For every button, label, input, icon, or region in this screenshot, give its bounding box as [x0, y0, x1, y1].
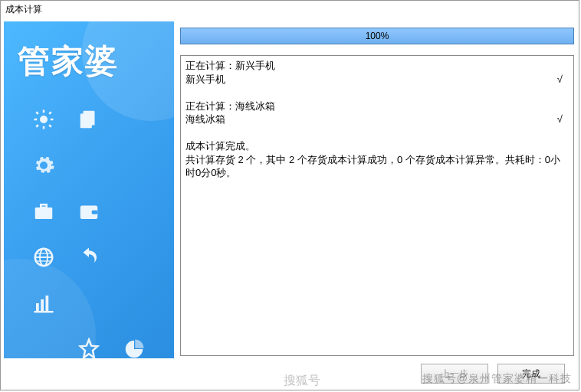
window-title: 成本计算 [1, 1, 579, 18]
finish-button[interactable]: 完成 [497, 364, 565, 384]
progress-percent: 100% [181, 28, 573, 44]
log-line: 正在计算：海线冰箱 [185, 100, 569, 113]
progress-bar: 100% [180, 28, 574, 44]
svg-rect-22 [41, 299, 44, 311]
svg-rect-15 [92, 211, 98, 214]
blank-icon-4 [115, 196, 153, 227]
briefcase-icon [25, 196, 63, 227]
svg-rect-21 [36, 303, 39, 311]
main-panel: 100% 正在计算：新兴手机新兴手机√ 正在计算：海线冰箱海线冰箱√ 成本计算完… [179, 21, 576, 387]
log-line [185, 126, 569, 140]
undo-icon [71, 242, 108, 273]
blank-icon-3 [115, 150, 153, 181]
log-line: 正在计算：新兴手机 [185, 59, 569, 73]
svg-line-6 [49, 125, 51, 127]
svg-rect-13 [41, 204, 48, 207]
blank-icon-8 [25, 334, 63, 358]
blank-icon-2 [71, 150, 108, 181]
button-bar: 上一步 完成 [180, 356, 574, 387]
svg-line-7 [37, 125, 39, 127]
log-line: 成本计算完成。 [185, 139, 569, 153]
svg-rect-12 [35, 207, 53, 219]
check-mark-icon: √ [557, 113, 563, 126]
previous-button: 上一步 [421, 364, 488, 384]
sun-icon [25, 104, 63, 135]
sidebar-icon-grid [4, 90, 174, 358]
pie-icon [115, 334, 153, 358]
blank-icon-6 [71, 288, 108, 318]
sidebar-panel: 管家婆 [4, 21, 174, 358]
svg-rect-23 [46, 296, 49, 311]
blank-icon-7 [115, 288, 153, 318]
blank-icon-5 [115, 242, 153, 273]
app-window: 成本计算 管家婆 [0, 0, 579, 390]
log-line [185, 86, 569, 100]
svg-line-8 [49, 112, 51, 114]
log-line: 共计算存货 2 个，其中 2 个存货成本计算成功，0 个存货成本计算异常。共耗时… [185, 153, 569, 180]
log-output[interactable]: 正在计算：新兴手机新兴手机√ 正在计算：海线冰箱海线冰箱√ 成本计算完成。共计算… [180, 55, 574, 356]
log-line: 新兴手机√ [185, 73, 569, 87]
svg-point-0 [40, 116, 48, 123]
svg-rect-11 [80, 114, 92, 129]
documents-icon [71, 104, 108, 135]
svg-line-5 [37, 112, 39, 114]
brand-logo: 管家婆 [4, 21, 174, 90]
chart-icon [25, 288, 63, 318]
blank-icon [115, 104, 153, 135]
globe-icon [25, 242, 63, 273]
log-line: 海线冰箱√ [185, 113, 569, 126]
wallet-icon [71, 196, 108, 227]
check-mark-icon: √ [557, 73, 563, 87]
content-area: 管家婆 [1, 18, 579, 390]
gear-icon [25, 150, 63, 181]
star-icon [71, 334, 108, 358]
